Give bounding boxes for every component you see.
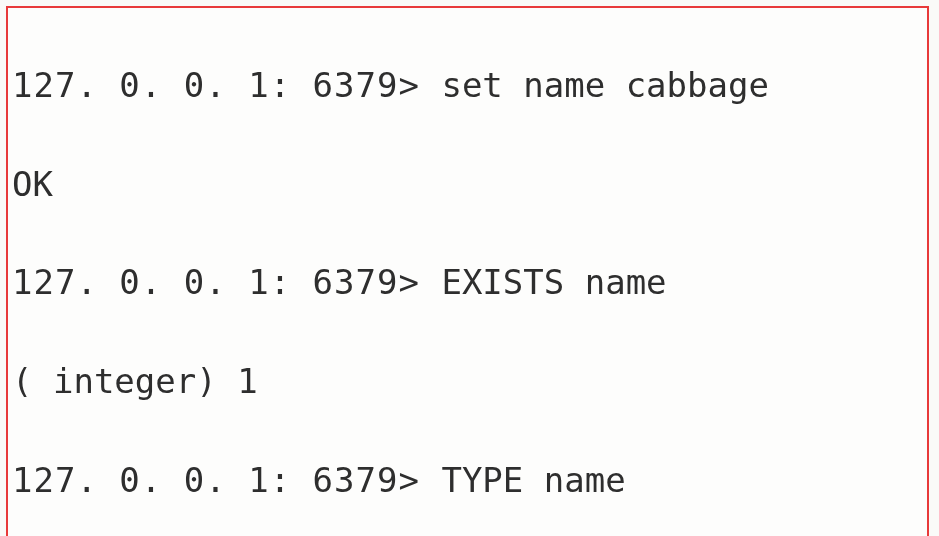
terminal-line: 127. 0. 0. 1: 6379> EXISTS name [12, 258, 927, 307]
cli-command: TYPE name [441, 460, 625, 500]
cli-command: EXISTS name [441, 262, 666, 302]
cli-response: OK [12, 160, 927, 209]
cli-response: ( integer) 1 [12, 357, 927, 406]
cli-prompt: 127. 0. 0. 1: 6379> [12, 460, 441, 500]
terminal-output[interactable]: 127. 0. 0. 1: 6379> set name cabbage OK … [6, 6, 929, 536]
cli-prompt: 127. 0. 0. 1: 6379> [12, 65, 441, 105]
cli-prompt: 127. 0. 0. 1: 6379> [12, 262, 441, 302]
terminal-line: 127. 0. 0. 1: 6379> TYPE name [12, 456, 927, 505]
cli-command: set name cabbage [441, 65, 769, 105]
terminal-line: 127. 0. 0. 1: 6379> set name cabbage [12, 61, 927, 110]
